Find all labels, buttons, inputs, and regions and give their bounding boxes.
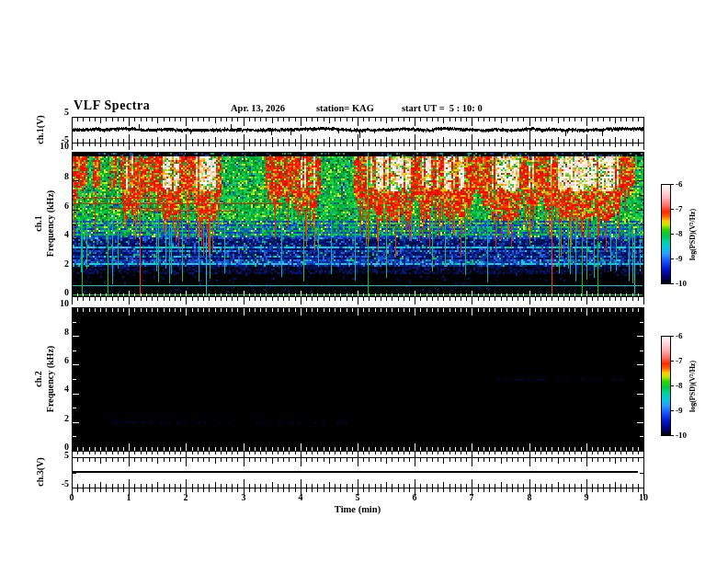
ch1-channel-title: ch.1	[34, 215, 43, 232]
x-tick-label: 9	[585, 493, 589, 502]
date-label: Apr. 13, 2026	[231, 104, 285, 114]
colorbar-tick-label: -10	[676, 431, 687, 440]
y-tick-label: 8	[52, 327, 69, 337]
x-tick-label: 2	[184, 493, 188, 502]
colorbar-tick-label: -6	[676, 332, 683, 340]
y-tick-label: 6	[52, 201, 69, 211]
x-tick-label: 4	[299, 493, 303, 502]
x-tick-label: 1	[127, 493, 131, 502]
y-tick-label: 2	[52, 259, 69, 269]
y-tick-label: 4	[52, 385, 69, 394]
x-tick-label: 3	[242, 493, 246, 502]
colorbar-tick-label: -9	[676, 255, 683, 263]
y-tick-label: 10	[52, 299, 69, 308]
y-tick-label: 5	[52, 451, 69, 460]
y-tick-label: 10	[52, 142, 69, 151]
colorbar-tick-label: -8	[676, 382, 683, 390]
colorbar-tick-label: -9	[676, 407, 683, 415]
x-tick-label: 7	[470, 493, 474, 502]
ch1-voltage-axis-title: ch.1(V)	[36, 115, 45, 144]
x-tick-label: 5	[356, 493, 360, 502]
colorbar-tick-label: -6	[676, 180, 683, 189]
y-tick-label: 2	[52, 414, 69, 423]
ch2-channel-title: ch.2	[34, 371, 43, 387]
station-label: station= KAG	[316, 104, 374, 114]
spectra-plot-canvas	[0, 0, 728, 563]
x-tick-label: 6	[413, 493, 417, 502]
plot-title: VLF Spectra	[74, 99, 150, 112]
x-tick-label: 8	[528, 493, 532, 502]
start-ut-label: start UT = 5 : 10: 0	[402, 104, 483, 114]
y-tick-label: 5	[52, 108, 69, 117]
ch1-frequency-title: Frequency (kHz)	[46, 190, 55, 257]
x-axis-title: Time (min)	[335, 505, 381, 515]
colorbar-tick-label: -10	[676, 280, 687, 288]
x-tick-label: 10	[639, 493, 648, 502]
colorbar-tick-label: -8	[676, 230, 683, 238]
y-tick-label: -5	[52, 479, 69, 488]
colorbar-title: log(PSD)(V²/Hz)	[689, 361, 697, 412]
y-tick-label: 6	[52, 356, 69, 365]
y-tick-label: 8	[52, 172, 69, 181]
vlf-spectra-screen: VLF Spectra Apr. 13, 2026 station= KAG s…	[0, 0, 728, 563]
y-tick-label: 4	[52, 230, 69, 239]
x-tick-label: 0	[70, 493, 74, 502]
y-tick-label: 0	[52, 288, 69, 297]
colorbar-tick-label: -7	[676, 205, 683, 213]
ch3-voltage-axis-title: ch.3(V)	[36, 457, 45, 486]
colorbar-tick-label: -7	[676, 357, 683, 365]
colorbar-title: log(PSD)(V²/Hz)	[689, 209, 697, 260]
